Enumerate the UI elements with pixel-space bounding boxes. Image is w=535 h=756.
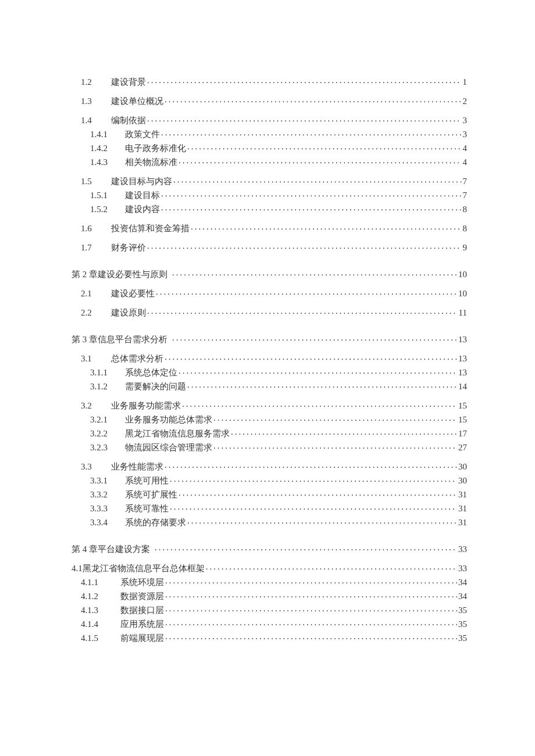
toc-entry-title: 建设背景 xyxy=(111,78,146,87)
toc-entry[interactable]: 3.3.1系统可用性30 xyxy=(72,475,467,485)
toc-entry[interactable]: 4.1.2数据资源层34 xyxy=(72,590,467,601)
toc-entry-page: 1 xyxy=(463,78,468,87)
toc-entry-title: 系统可用性 xyxy=(125,476,169,485)
toc-leader-dots xyxy=(165,95,462,104)
toc-entry[interactable]: 3.2业务服务功能需求15 xyxy=(72,400,467,410)
toc-entry[interactable]: 4.1.3数据接口层35 xyxy=(72,604,467,615)
toc-leader-dots xyxy=(165,618,457,627)
toc-entry[interactable]: 3.3.3系统可靠性31 xyxy=(72,503,467,513)
toc-entry-page: 7 xyxy=(463,191,468,200)
toc-entry-number: 4.1.2 xyxy=(81,592,120,601)
toc-entry-page: 8 xyxy=(463,205,468,214)
toc-entry-page: 13 xyxy=(458,354,467,363)
toc-leader-dots xyxy=(165,590,457,599)
toc-entry[interactable]: 第 4 章平台建设方案33 xyxy=(72,543,467,554)
toc-entry-title: 业务服务功能总体需求 xyxy=(125,415,212,424)
toc-entry[interactable]: 1.5.1建设目标7 xyxy=(72,189,467,200)
toc-entry-number: 3.3 xyxy=(81,463,111,471)
toc-leader-dots xyxy=(191,223,462,231)
toc-entry-number: 3.1.2 xyxy=(90,382,125,391)
toc-spacer xyxy=(72,317,467,334)
toc-entry[interactable]: 3.2.1业务服务功能总体需求15 xyxy=(72,414,467,424)
toc-entry-page: 9 xyxy=(463,243,468,252)
toc-entry[interactable]: 3.2.3物流园区综合管理需求27 xyxy=(72,442,467,452)
toc-entry[interactable]: 4.1黑龙江省物流信息平台总体框架33 xyxy=(72,562,467,573)
toc-entry-page: 10 xyxy=(458,289,467,298)
toc-entry-page: 2 xyxy=(463,97,468,106)
toc-entry-page: 30 xyxy=(458,476,467,485)
toc-entry[interactable]: 3.1.1系统总体定位13 xyxy=(72,367,467,377)
toc-leader-dots xyxy=(147,307,458,316)
toc-spacer xyxy=(72,391,467,400)
toc-leader-dots xyxy=(165,576,457,585)
toc-entry[interactable]: 1.7财务评价9 xyxy=(72,242,467,252)
toc-spacer xyxy=(72,527,467,543)
toc-entry-number: 3.2.2 xyxy=(90,429,125,438)
toc-spacer xyxy=(72,252,467,268)
toc-spacer xyxy=(72,279,467,288)
toc-entry-title: 编制依据 xyxy=(111,116,146,125)
toc-entry-title: 数据资源层 xyxy=(120,592,164,601)
toc-entry-title: 前端展现层 xyxy=(120,634,164,643)
toc-entry-number: 4.1.3 xyxy=(81,606,120,615)
toc-entry-title: 黑龙江省物流信息平台总体框架 xyxy=(83,564,205,573)
toc-entry[interactable]: 3.2.2黑龙江省物流信息服务需求17 xyxy=(72,428,467,438)
toc-leader-dots xyxy=(170,475,457,483)
toc-entry[interactable]: 4.1.4应用系统层35 xyxy=(72,618,467,629)
toc-entry[interactable]: 1.5建设目标与内容7 xyxy=(72,175,467,186)
toc-entry[interactable]: 3.1总体需求分析13 xyxy=(72,353,467,363)
toc-entry[interactable]: 1.4.2电子政务标准化4 xyxy=(72,142,467,153)
toc-entry[interactable]: 3.1.2需要解决的问题14 xyxy=(72,381,467,391)
toc-entry-number: 3.3.3 xyxy=(90,504,125,513)
toc-entry-title: 财务评价 xyxy=(111,243,146,252)
toc-entry-number: 2.2 xyxy=(81,309,111,317)
toc-entry[interactable]: 3.3.4系统的存储要求31 xyxy=(72,517,467,527)
toc-entry-title: 电子政务标准化 xyxy=(125,144,186,153)
toc-entry-page: 15 xyxy=(458,415,467,424)
toc-entry[interactable]: 4.1.1系统环境层34 xyxy=(72,576,467,587)
toc-leader-dots xyxy=(187,517,457,525)
toc-entry-number: 3.1 xyxy=(81,354,111,363)
toc-entry-number: 2.1 xyxy=(81,289,111,298)
toc-entry-page: 17 xyxy=(458,429,467,438)
toc-entry-number: 1.3 xyxy=(81,97,111,106)
toc-entry-page: 35 xyxy=(458,620,467,629)
toc-entry-number: 1.2 xyxy=(81,78,111,87)
toc-entry-page: 35 xyxy=(458,634,467,643)
toc-entry-page: 33 xyxy=(458,564,467,573)
toc-entry[interactable]: 1.4.3相关物流标准4 xyxy=(72,156,467,167)
toc-spacer xyxy=(72,87,467,95)
toc-entry-number: 4.1.5 xyxy=(81,634,120,643)
toc-entry[interactable]: 2.2建设原则11 xyxy=(72,307,467,317)
toc-entry[interactable]: 2.1建设必要性10 xyxy=(72,288,467,298)
toc-leader-dots xyxy=(170,503,457,511)
toc-entry-title: 数据接口层 xyxy=(120,606,164,615)
toc-entry-number: 3.3.2 xyxy=(90,490,125,499)
toc-entry-page: 3 xyxy=(463,116,468,125)
toc-entry[interactable]: 1.4.1政策文件3 xyxy=(72,128,467,139)
toc-entry[interactable]: 4.1.5前端展现层35 xyxy=(72,632,467,643)
toc-entry-page: 4 xyxy=(463,158,468,167)
toc-leader-dots xyxy=(173,175,462,184)
toc-entry[interactable]: 第 3 章信息平台需求分析13 xyxy=(72,334,467,344)
toc-entry[interactable]: 3.3.2系统可扩展性31 xyxy=(72,489,467,499)
toc-entry-number: 第 2 章 xyxy=(72,270,98,279)
toc-entry-number: 1.5.1 xyxy=(90,191,125,200)
toc-entry[interactable]: 1.6投资估算和资金筹措8 xyxy=(72,223,467,233)
toc-entry[interactable]: 1.2建设背景1 xyxy=(72,76,467,87)
toc-entry[interactable]: 1.5.2建设内容8 xyxy=(72,203,467,214)
toc-entry[interactable]: 第 2 章建设必要性与原则10 xyxy=(72,268,467,279)
toc-leader-dots xyxy=(165,632,457,641)
toc-entry-number: 1.7 xyxy=(81,243,111,252)
toc-leader-dots xyxy=(147,114,462,123)
toc-entry-title: 物流园区综合管理需求 xyxy=(125,443,212,452)
toc-entry[interactable]: 1.3建设单位概况2 xyxy=(72,95,467,106)
toc-entry[interactable]: 1.4编制依据3 xyxy=(72,114,467,125)
toc-entry-page: 33 xyxy=(458,545,467,554)
toc-leader-dots xyxy=(179,156,462,165)
toc-leader-dots xyxy=(179,367,457,375)
toc-entry-number: 1.4.3 xyxy=(90,158,125,167)
toc-entry-title: 信息平台需求分析 xyxy=(98,335,167,344)
toc-entry[interactable]: 3.3业务性能需求30 xyxy=(72,461,467,471)
toc-leader-dots xyxy=(206,562,457,571)
